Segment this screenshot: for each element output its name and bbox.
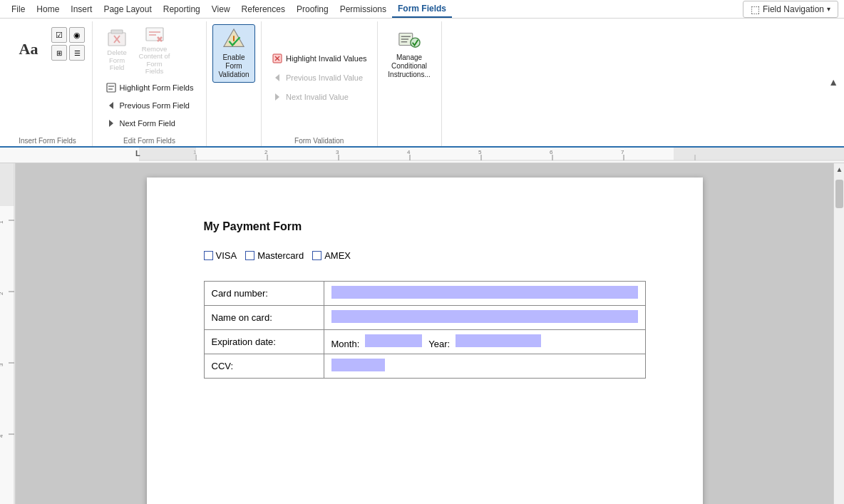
next-field-label: Next Form Field	[120, 119, 175, 128]
ccv-label: CCV:	[212, 361, 234, 371]
field-nav-label: Field Navigation	[763, 4, 824, 14]
checkbox-visa[interactable]: VISA	[204, 250, 237, 261]
svg-text:7: 7	[621, 149, 624, 155]
scrollbar[interactable]: ▲ ▼	[833, 163, 844, 504]
svg-text:4: 4	[0, 434, 4, 438]
edit-group-content: Delete Form Field Remove Content of Form…	[100, 21, 200, 135]
ribbon-group-enable-validation: Enable Form Validation x	[207, 21, 262, 146]
checkbox-icon[interactable]: ☑	[51, 27, 67, 43]
field-navigation-button[interactable]: ⬚ Field Navigation ▾	[743, 1, 838, 18]
field-nav-icon: ⬚	[751, 4, 760, 15]
card-number-input[interactable]	[331, 286, 638, 299]
enable-validation-label: Enable Form Validation	[216, 53, 252, 79]
svg-marker-21	[275, 93, 279, 101]
svg-text:3: 3	[336, 149, 339, 155]
highlight-invalid-icon	[272, 53, 283, 64]
highlight-form-fields-btn[interactable]: Highlight Form Fields	[101, 79, 198, 96]
name-on-card-input[interactable]	[331, 310, 638, 323]
ribbon-collapse-btn[interactable]: ▲	[828, 76, 838, 88]
amex-checkbox[interactable]	[312, 251, 321, 260]
svg-text:6: 6	[550, 149, 553, 155]
card-number-label: Card number:	[212, 288, 268, 299]
document-page: My Payment Form VISA Mastercard AMEX	[147, 178, 703, 504]
manage-cond-content: Manage Conditional Instructions...	[382, 21, 436, 135]
svg-marker-12	[109, 102, 113, 109]
ccv-field-cell[interactable]	[324, 354, 645, 378]
manage-conditional-btn[interactable]: Manage Conditional Instructions...	[384, 24, 435, 83]
checkbox-amex[interactable]: AMEX	[312, 250, 351, 261]
menu-page-layout[interactable]: Page Layout	[98, 1, 157, 17]
table-icon[interactable]: ⊞	[51, 45, 67, 61]
enable-validation-content: Enable Form Validation	[211, 21, 257, 135]
menu-permissions[interactable]: Permissions	[334, 1, 392, 17]
checkbox-mastercard[interactable]: Mastercard	[245, 250, 304, 261]
menu-insert[interactable]: Insert	[65, 1, 98, 17]
scrollbar-thumb[interactable]	[835, 180, 843, 208]
manage-cond-label: Manage Conditional Instructions...	[387, 53, 431, 79]
menu-proofing[interactable]: Proofing	[291, 1, 334, 17]
visa-checkbox[interactable]	[204, 251, 213, 260]
scroll-up-btn[interactable]: ▲	[834, 163, 844, 176]
table-row: CCV:	[204, 354, 645, 378]
menu-references[interactable]: References	[236, 1, 291, 17]
menu-bar: File Home Insert Page Layout Reporting V…	[0, 0, 844, 19]
enable-form-validation-btn[interactable]: Enable Form Validation	[212, 24, 255, 83]
next-field-icon	[106, 118, 117, 129]
svg-text:1: 1	[0, 220, 4, 224]
card-number-field-cell[interactable]	[324, 281, 645, 305]
svg-marker-13	[109, 120, 113, 127]
name-on-card-label-cell: Name on card:	[204, 305, 324, 329]
svg-marker-20	[275, 74, 279, 81]
menu-form-fields[interactable]: Form Fields	[392, 1, 452, 18]
expiration-label: Expiration date:	[212, 336, 276, 347]
checkbox-row: VISA Mastercard AMEX	[204, 250, 660, 261]
ruler-l-marker: L	[135, 149, 140, 158]
mastercard-checkbox[interactable]	[245, 251, 254, 260]
previous-invalid-value-btn: Previous Invalid Value	[267, 69, 367, 86]
table-row: Name on card:	[204, 305, 645, 329]
menu-file[interactable]: File	[6, 1, 31, 17]
remove-content-icon	[143, 24, 166, 44]
svg-text:2: 2	[0, 292, 4, 295]
next-invalid-label: Next Invalid Value	[286, 93, 349, 101]
name-on-card-label: Name on card:	[212, 312, 272, 323]
menu-reporting[interactable]: Reporting	[158, 1, 206, 17]
amex-label: AMEX	[324, 250, 351, 261]
form-validation-content: Highlight Invalid Values Previous Invali…	[266, 21, 373, 135]
left-ruler-svg: 1 2 3 4	[0, 163, 16, 504]
next-form-field-btn[interactable]: Next Form Field	[101, 115, 198, 132]
chevron-down-icon: ▾	[827, 5, 830, 13]
year-input[interactable]	[456, 334, 541, 347]
ribbon-group-edit: Delete Form Field Remove Content of Form…	[93, 21, 207, 146]
payment-table: Card number: Name on card:	[204, 281, 646, 379]
ribbon-group-manage-cond: Manage Conditional Instructions... x	[378, 21, 442, 146]
menu-view[interactable]: View	[206, 1, 236, 17]
btn-text-field[interactable]: Aa	[9, 24, 48, 77]
ccv-input[interactable]	[331, 359, 385, 371]
validation-icon	[222, 28, 245, 51]
highlight-invalid-label: Highlight Invalid Values	[286, 54, 367, 63]
radio-icon[interactable]: ◉	[69, 27, 85, 43]
month-input[interactable]	[365, 334, 422, 347]
svg-rect-9	[107, 83, 115, 92]
year-label: Year:	[428, 339, 450, 349]
edit-group-label: Edit Form Fields	[97, 135, 202, 146]
list-icon[interactable]: ☰	[69, 45, 85, 61]
month-label: Month:	[331, 339, 360, 349]
highlight-fields-icon	[106, 82, 117, 93]
manage-cond-icon	[398, 28, 421, 51]
menu-home[interactable]: Home	[31, 1, 65, 17]
svg-text:2: 2	[264, 149, 268, 155]
delete-field-label: Delete Form Field	[101, 49, 133, 71]
table-row: Card number:	[204, 281, 645, 305]
previous-form-field-btn[interactable]: Previous Form Field	[101, 97, 198, 114]
doc-area: My Payment Form VISA Mastercard AMEX	[16, 163, 833, 504]
form-title: My Payment Form	[204, 220, 660, 233]
remove-content-label: Remove Content of Form Fields	[138, 46, 172, 76]
visa-label: VISA	[216, 250, 237, 261]
ribbon-group-form-validation: Highlight Invalid Values Previous Invali…	[262, 21, 378, 146]
highlight-invalid-values-btn[interactable]: Highlight Invalid Values	[267, 50, 371, 67]
form-validation-group-label: Form Validation	[266, 135, 373, 146]
name-on-card-field-cell[interactable]	[324, 305, 645, 329]
svg-text:3: 3	[0, 363, 4, 366]
